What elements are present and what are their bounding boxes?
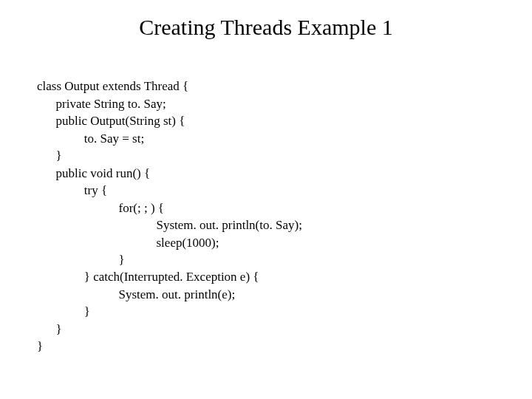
slide: Creating Threads Example 1 class Output … [0, 0, 532, 399]
code-line: to. Say = st; [37, 132, 144, 146]
code-line: sleep(1000); [37, 236, 219, 250]
code-line: System. out. println(to. Say); [37, 218, 302, 232]
code-line: class Output extends Thread { [37, 79, 188, 93]
code-block: class Output extends Thread { private St… [0, 61, 532, 372]
slide-title: Creating Threads Example 1 [0, 15, 532, 40]
code-line: public Output(String st) { [37, 114, 185, 128]
code-line: for(; ; ) { [37, 201, 164, 215]
code-line: public void run() { [37, 166, 150, 180]
code-line: } catch(Interrupted. Exception e) { [37, 270, 259, 284]
code-line: } [37, 253, 125, 267]
code-line: try { [37, 183, 107, 197]
code-line: } [37, 322, 62, 336]
code-line: System. out. println(e); [37, 287, 235, 301]
code-line: } [37, 304, 90, 318]
code-line: } [37, 339, 43, 353]
code-line: } [37, 149, 62, 163]
code-line: private String to. Say; [37, 97, 166, 111]
